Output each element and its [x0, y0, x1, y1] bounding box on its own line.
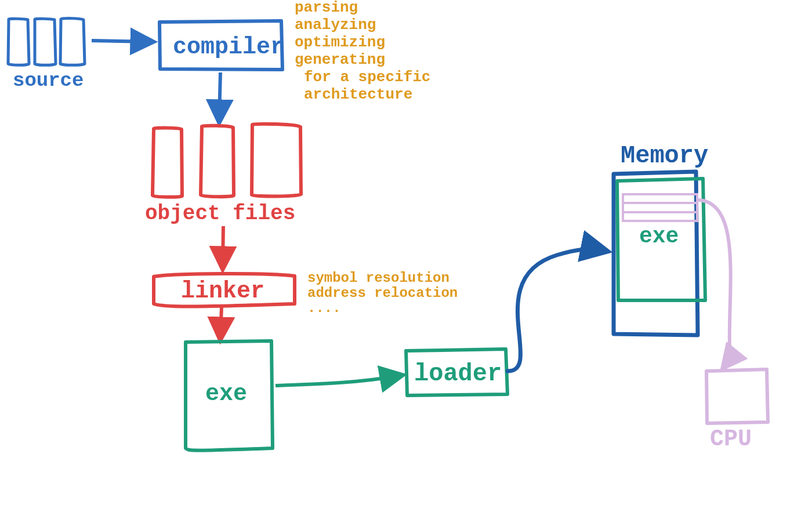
cpu-label: CPU: [710, 426, 752, 452]
compiler-label: compiler: [173, 34, 284, 60]
linker-box: linker: [154, 274, 295, 307]
memory-instructions-icon: [623, 194, 697, 221]
arrow-objects-to-linker: [223, 226, 223, 266]
linker-label: linker: [181, 278, 264, 304]
linker-note-2: address relocation: [307, 285, 458, 301]
compiler-note-6: architecture: [304, 86, 412, 103]
object-files-label: object files: [145, 202, 295, 226]
svg-rect-0: [623, 194, 697, 221]
memory-exe-label: exe: [639, 224, 679, 249]
source-files-icon: [8, 19, 85, 66]
exe-label: exe: [205, 381, 247, 407]
arrow-exe-to-loader: [276, 376, 399, 386]
cpu-box: CPU: [706, 369, 768, 452]
exe-box: exe: [186, 341, 273, 451]
compiler-box: compiler: [160, 21, 284, 70]
compiler-note-3: optimizing: [295, 34, 385, 51]
source-label: source: [13, 70, 84, 92]
compiler-note-2: analyzing: [295, 16, 376, 34]
compiler-note-1: parsing: [295, 0, 358, 16]
arrow-linker-to-exe: [220, 307, 222, 336]
compiler-notes: parsing analyzing optimizing generating …: [295, 0, 430, 103]
compiler-note-5: for a specific: [304, 68, 430, 86]
memory-box: exe: [614, 172, 705, 335]
linker-note-1: symbol resolution: [307, 270, 449, 286]
loader-label: loader: [414, 360, 502, 388]
linker-notes: symbol resolution address relocation ...…: [307, 270, 458, 316]
compiler-note-4: generating: [295, 51, 385, 68]
loader-box: loader: [406, 349, 507, 395]
object-files-icon: [153, 124, 301, 197]
linker-note-3: ....: [307, 300, 341, 316]
arrow-compiler-to-objects: [219, 72, 220, 119]
arrow-loader-to-memory: [507, 249, 603, 371]
arrow-source-to-compiler: [92, 41, 150, 42]
memory-label: Memory: [621, 142, 708, 170]
